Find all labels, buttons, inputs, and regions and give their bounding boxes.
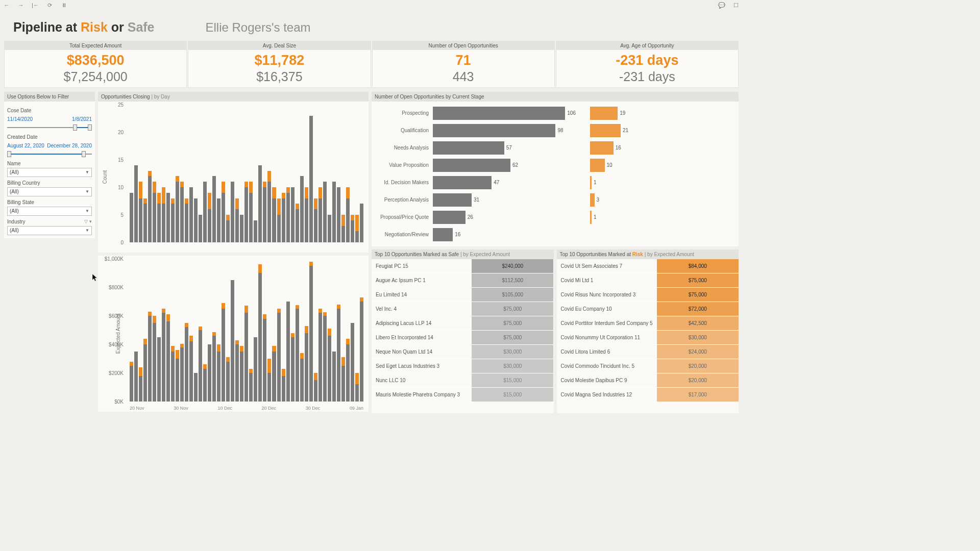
bar[interactable] — [346, 187, 350, 242]
stage-row[interactable]: Value Proposition 62 10 — [375, 157, 733, 174]
bar[interactable] — [318, 187, 322, 242]
pause-icon[interactable]: ⏸ — [60, 2, 67, 9]
bar[interactable] — [153, 316, 156, 402]
bar[interactable] — [267, 171, 271, 242]
bar[interactable] — [254, 220, 257, 242]
bar[interactable] — [212, 332, 216, 402]
comment-icon[interactable]: 💬 — [718, 2, 725, 9]
bar[interactable] — [314, 373, 317, 402]
bar[interactable] — [148, 171, 152, 242]
table-row[interactable]: Eu Limited 14 $105,000 — [372, 288, 554, 302]
billing-state-dropdown[interactable]: (All)▼ — [7, 207, 92, 216]
kpi-card[interactable]: Avg. Age of Opportunity -231 days -231 d… — [556, 41, 739, 88]
bar[interactable] — [134, 352, 138, 402]
bar[interactable] — [180, 344, 184, 402]
bar[interactable] — [208, 193, 211, 242]
bar[interactable] — [351, 215, 354, 242]
count-chart[interactable]: Count 2520151050 — [98, 102, 369, 253]
table-row[interactable]: Vel Inc. 4 $75,000 — [372, 302, 554, 316]
bar[interactable] — [341, 357, 345, 402]
bar[interactable] — [189, 187, 193, 242]
bar[interactable] — [267, 359, 271, 402]
table-row[interactable]: Adipiscing Lacus LLP 14 $75,000 — [372, 316, 554, 331]
bar[interactable] — [323, 182, 327, 242]
bar[interactable] — [272, 346, 276, 402]
bar[interactable] — [244, 306, 248, 402]
stage-row[interactable]: Needs Analysis 57 16 — [375, 139, 733, 157]
bar[interactable] — [277, 309, 281, 402]
created-date-slider[interactable] — [7, 151, 92, 158]
bar[interactable] — [272, 187, 276, 242]
bar[interactable] — [360, 297, 363, 402]
bar[interactable] — [286, 187, 290, 242]
bar[interactable] — [305, 187, 308, 242]
bar[interactable] — [240, 215, 243, 242]
bar[interactable] — [134, 165, 138, 242]
bar[interactable] — [286, 302, 290, 402]
name-dropdown[interactable]: (All)▼ — [7, 168, 92, 177]
bar[interactable] — [139, 182, 142, 242]
bar[interactable] — [263, 314, 266, 402]
bar[interactable] — [130, 193, 133, 242]
bar[interactable] — [235, 340, 239, 402]
bar[interactable] — [231, 280, 234, 402]
bar[interactable] — [143, 198, 147, 242]
bar[interactable] — [143, 339, 147, 402]
revert-icon[interactable]: |← — [32, 2, 39, 9]
bar[interactable] — [346, 339, 350, 402]
bar[interactable] — [296, 305, 299, 402]
fullscreen-icon[interactable]: ☐ — [732, 2, 740, 9]
bar[interactable] — [360, 204, 363, 242]
stage-row[interactable]: Negotiation/Review 16 — [375, 226, 733, 243]
bar[interactable] — [231, 182, 234, 242]
table-row[interactable]: Covid Eu Company 10 $72,000 — [557, 302, 739, 316]
bar[interactable] — [180, 182, 184, 242]
bar[interactable] — [249, 369, 253, 402]
table-row[interactable]: Libero Et Incorporated 14 $75,000 — [372, 331, 554, 345]
bar[interactable] — [222, 303, 225, 402]
bar[interactable] — [203, 182, 207, 242]
bar[interactable] — [258, 264, 262, 402]
bar[interactable] — [341, 215, 345, 242]
bar[interactable] — [189, 336, 193, 402]
bar[interactable] — [171, 198, 175, 242]
bar[interactable] — [176, 176, 179, 242]
bar[interactable] — [309, 116, 313, 242]
bar[interactable] — [130, 362, 133, 402]
table-row[interactable]: Mauris Molestie Pharetra Company 3 $15,0… — [372, 388, 554, 402]
bar[interactable] — [222, 182, 225, 242]
bar[interactable] — [203, 364, 207, 402]
bar[interactable] — [291, 187, 295, 242]
stage-row[interactable]: Id. Decision Makers 47 1 — [375, 174, 733, 191]
bar[interactable] — [296, 204, 299, 242]
bar[interactable] — [291, 333, 295, 402]
bar[interactable] — [157, 193, 161, 242]
close-date-slider[interactable] — [7, 124, 92, 131]
forward-icon[interactable]: → — [17, 2, 24, 9]
table-row[interactable]: Covid Litora Limited 6 $24,000 — [557, 345, 739, 359]
table-row[interactable]: Covid Mi Ltd 1 $75,000 — [557, 273, 739, 288]
bar[interactable] — [300, 353, 304, 402]
filter-icon[interactable]: ▽ ▾ — [84, 219, 92, 224]
bar[interactable] — [351, 323, 354, 402]
refresh-icon[interactable]: ⟳ — [46, 2, 53, 9]
bar[interactable] — [217, 344, 220, 402]
bar[interactable] — [337, 305, 340, 402]
table-row[interactable]: Sed Eget Lacus Industries 3 $30,000 — [372, 359, 554, 373]
bar[interactable] — [194, 373, 198, 402]
table-row[interactable]: Covid Risus Nunc Incorporated 3 $75,000 — [557, 288, 739, 302]
stage-row[interactable]: Perception Analysis 31 3 — [375, 191, 733, 209]
bar[interactable] — [249, 182, 253, 242]
bar[interactable] — [240, 346, 243, 402]
bar[interactable] — [244, 182, 248, 242]
table-row[interactable]: Feugiat PC 15 $240,000 — [372, 259, 554, 273]
bar[interactable] — [323, 312, 327, 402]
bar[interactable] — [166, 193, 170, 242]
bar[interactable] — [166, 314, 170, 402]
bar[interactable] — [235, 198, 239, 242]
billing-country-dropdown[interactable]: (All)▼ — [7, 187, 92, 196]
bar[interactable] — [176, 350, 179, 402]
bar[interactable] — [314, 198, 317, 242]
bar[interactable] — [185, 198, 188, 242]
bar[interactable] — [332, 182, 336, 242]
